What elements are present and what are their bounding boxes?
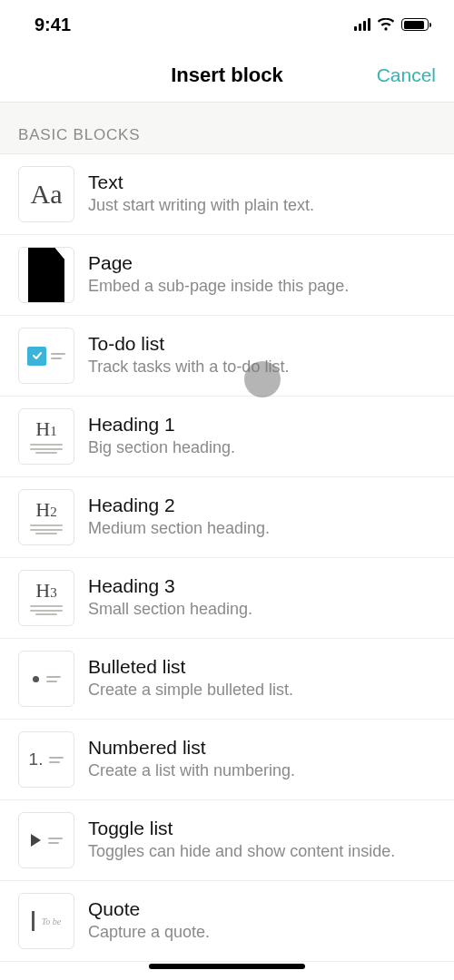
block-title: To-do list bbox=[88, 333, 436, 355]
block-desc: Toggles can hide and show content inside… bbox=[88, 841, 436, 862]
block-desc: Just start writing with plain text. bbox=[88, 195, 436, 216]
block-option-bulleted[interactable]: Bulleted list Create a simple bulleted l… bbox=[0, 639, 454, 720]
modal-header: Insert block Cancel bbox=[0, 49, 454, 102]
block-title: Heading 3 bbox=[88, 575, 436, 597]
block-title: Bulleted list bbox=[88, 656, 436, 678]
heading1-icon: H1 bbox=[18, 408, 74, 465]
block-title: Numbered list bbox=[88, 737, 436, 759]
block-desc: Embed a sub-page inside this page. bbox=[88, 276, 436, 297]
checkbox-icon bbox=[18, 328, 74, 384]
battery-icon bbox=[401, 18, 429, 31]
block-desc: Track tasks with a to-do list. bbox=[88, 357, 436, 377]
toggle-icon bbox=[18, 812, 74, 868]
block-option-heading2[interactable]: H2 Heading 2 Medium section heading. bbox=[0, 477, 454, 558]
page-icon bbox=[18, 247, 74, 303]
block-title: Toggle list bbox=[88, 818, 436, 839]
block-desc: Big section heading. bbox=[88, 437, 436, 458]
home-indicator[interactable] bbox=[149, 964, 305, 969]
block-option-toggle[interactable]: Toggle list Toggles can hide and show co… bbox=[0, 800, 454, 881]
block-title: Page bbox=[88, 252, 436, 274]
block-title: Heading 2 bbox=[88, 495, 436, 516]
block-desc: Small section heading. bbox=[88, 599, 436, 620]
block-option-todo[interactable]: To-do list Track tasks with a to-do list… bbox=[0, 316, 454, 397]
block-title: Quote bbox=[88, 898, 436, 920]
heading2-icon: H2 bbox=[18, 489, 74, 545]
block-title: Text bbox=[88, 172, 436, 193]
text-icon: Aa bbox=[18, 166, 74, 222]
block-option-heading3[interactable]: H3 Heading 3 Small section heading. bbox=[0, 558, 454, 639]
bullet-icon bbox=[18, 651, 74, 707]
block-option-page[interactable]: Page Embed a sub-page inside this page. bbox=[0, 235, 454, 316]
numbered-icon: 1. bbox=[18, 731, 74, 788]
wifi-icon bbox=[377, 18, 395, 32]
block-title: Heading 1 bbox=[88, 414, 436, 436]
block-option-quote[interactable]: To be Quote Capture a quote. bbox=[0, 881, 454, 962]
status-indicators bbox=[354, 18, 429, 32]
cellular-icon bbox=[354, 18, 371, 31]
block-option-numbered[interactable]: 1. Numbered list Create a list with numb… bbox=[0, 720, 454, 800]
block-option-text[interactable]: Aa Text Just start writing with plain te… bbox=[0, 154, 454, 235]
quote-icon: To be bbox=[18, 893, 74, 949]
cancel-button[interactable]: Cancel bbox=[377, 64, 436, 86]
status-time: 9:41 bbox=[35, 15, 71, 35]
status-bar: 9:41 bbox=[0, 0, 454, 49]
block-option-heading1[interactable]: H1 Heading 1 Big section heading. bbox=[0, 397, 454, 477]
block-desc: Create a list with numbering. bbox=[88, 760, 436, 781]
block-desc: Capture a quote. bbox=[88, 922, 436, 943]
page-title: Insert block bbox=[171, 64, 282, 87]
heading3-icon: H3 bbox=[18, 570, 74, 626]
section-header-basic: BASIC BLOCKS bbox=[0, 102, 454, 154]
block-desc: Create a simple bulleted list. bbox=[88, 680, 436, 701]
block-desc: Medium section heading. bbox=[88, 518, 436, 539]
